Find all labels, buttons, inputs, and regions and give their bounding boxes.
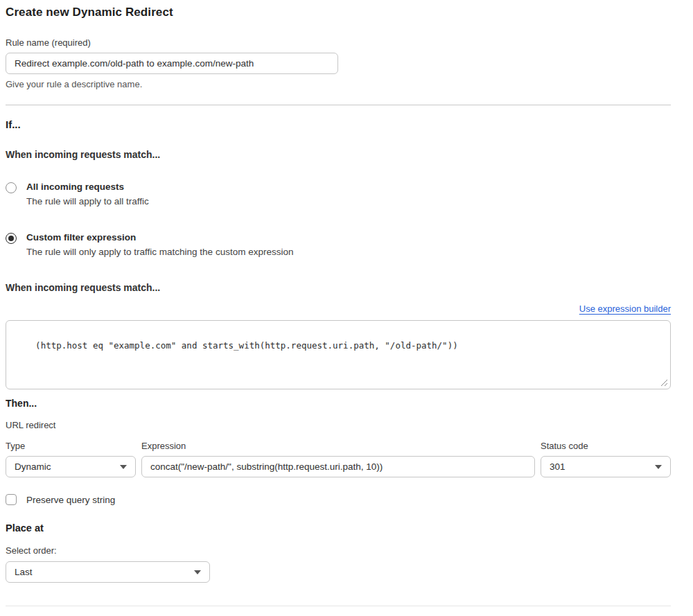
preserve-query-string-label: Preserve query string <box>26 495 115 505</box>
radio-unselected-icon[interactable] <box>6 182 17 193</box>
type-label: Type <box>6 441 136 451</box>
type-select-value: Dynamic <box>15 461 51 472</box>
expression-input[interactable] <box>141 456 535 477</box>
filter-expression-textarea[interactable]: (http.host eq "example.com" and starts_w… <box>6 320 671 389</box>
radio-option-text: Custom filter expression The rule will o… <box>26 232 293 257</box>
radio-option-custom-filter[interactable]: Custom filter expression The rule will o… <box>6 232 671 257</box>
status-code-value: 301 <box>550 461 565 472</box>
preserve-query-string-row[interactable]: Preserve query string <box>6 494 671 505</box>
expression-match-heading: When incoming requests match... <box>6 282 671 293</box>
select-order-label: Select order: <box>6 545 671 556</box>
order-select-value: Last <box>15 567 33 577</box>
checkbox-unchecked-icon[interactable] <box>6 494 17 505</box>
status-code-select[interactable]: 301 <box>541 456 671 477</box>
status-code-field: Status code 301 <box>541 441 671 477</box>
radio-option-text: All incoming requests The rule will appl… <box>26 182 149 206</box>
radio-option-label: Custom filter expression <box>26 232 293 243</box>
resize-handle-icon[interactable] <box>660 379 668 387</box>
footer-divider <box>6 606 671 606</box>
radio-option-description: The rule will only apply to traffic matc… <box>26 247 293 257</box>
chevron-down-icon <box>655 465 662 469</box>
expression-label: Expression <box>141 441 535 451</box>
use-expression-builder-link[interactable]: Use expression builder <box>579 303 671 314</box>
place-at-heading: Place at <box>6 522 671 534</box>
type-select[interactable]: Dynamic <box>6 456 136 477</box>
radio-option-description: The rule will apply to all traffic <box>26 196 149 206</box>
if-heading: If... <box>6 118 671 130</box>
type-field: Type Dynamic <box>6 441 136 477</box>
radio-option-all-requests[interactable]: All incoming requests The rule will appl… <box>6 182 671 206</box>
create-redirect-form: Create new Dynamic Redirect Rule name (r… <box>6 0 671 616</box>
filter-expression-value: (http.host eq "example.com" and starts_w… <box>35 340 458 351</box>
builder-link-row: Use expression builder <box>6 303 671 314</box>
url-redirect-label: URL redirect <box>6 420 671 430</box>
chevron-down-icon <box>194 570 201 574</box>
expression-field: Expression <box>141 441 535 477</box>
page-title: Create new Dynamic Redirect <box>6 6 671 19</box>
chevron-down-icon <box>120 465 127 469</box>
status-code-label: Status code <box>541 441 671 451</box>
radio-option-label: All incoming requests <box>26 182 149 192</box>
rule-name-input[interactable] <box>6 53 338 74</box>
match-heading: When incoming requests match... <box>6 149 671 160</box>
redirect-controls-row: Type Dynamic Expression Status code 301 <box>6 441 671 477</box>
order-select[interactable]: Last <box>6 561 210 583</box>
then-heading: Then... <box>6 398 671 409</box>
rule-name-help: Give your rule a descriptive name. <box>6 79 671 89</box>
section-divider <box>6 105 671 105</box>
radio-selected-icon[interactable] <box>6 233 17 244</box>
rule-name-label: Rule name (required) <box>6 37 671 48</box>
